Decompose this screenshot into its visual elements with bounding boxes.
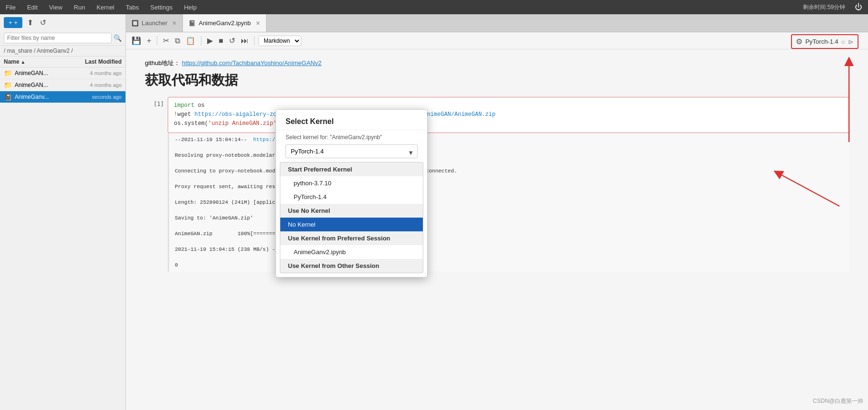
modal-subtitle: Select kernel for: "AnimeGanv2.ipynb" <box>276 130 427 143</box>
annotation-arrow-top <box>835 52 863 147</box>
plus-icon: + <box>9 19 12 26</box>
restart-button[interactable]: ↺ <box>227 35 237 46</box>
notebook-toolbar: 💾 + ✂ ⧉ 📋 ▶ ■ ↺ ⏭ Markdown Code Raw ⚙ Py… <box>126 32 868 49</box>
power-icon[interactable]: ⏻ <box>853 2 864 12</box>
file-name: AnimeGAN... <box>15 70 79 76</box>
cell-output: --2021-11-19 15:04:14-- https://obs... R… <box>168 133 849 272</box>
tab-launcher-close[interactable]: ✕ <box>172 20 177 27</box>
code-cell-box[interactable]: import os !wget https://obs-aigallery-zc… <box>168 97 849 133</box>
tab-launcher-label: Launcher <box>142 19 167 27</box>
menu-kernel[interactable]: Kernel <box>95 3 116 12</box>
sidebar-toolbar: + + ⬆ ↺ <box>0 14 125 31</box>
cut-button[interactable]: ✂ <box>161 35 171 46</box>
menu-file[interactable]: File <box>4 3 18 12</box>
launcher-tab-icon: 🔲 <box>132 20 139 27</box>
cell-number: [1] <box>145 97 164 107</box>
search-input[interactable] <box>4 33 112 43</box>
kernel-dropdown-list: Start Preferred Kernel python-3.7.10 PyT… <box>280 162 423 273</box>
kernel-share-icon[interactable]: ⊳ <box>848 38 854 46</box>
breadcrumb: / ma_share / AnimeGanv2 / <box>0 46 125 57</box>
menu-help[interactable]: Help <box>182 3 199 12</box>
kernel-settings-icon[interactable]: ⚙ <box>796 37 802 46</box>
dropdown-item-use-other-session[interactable]: Use Kernel from Other Session <box>280 259 423 273</box>
menu-bar: File Edit View Run Kernel Tabs Settings … <box>0 0 868 14</box>
file-item[interactable]: 📓 AnimeGanv... seconds ago <box>0 91 125 103</box>
paste-button[interactable]: 📋 <box>184 35 197 46</box>
search-icon[interactable]: 🔍 <box>114 34 122 42</box>
timer-display: 剩余时间:59分钟 <box>801 2 847 12</box>
file-modified: 4 months ago <box>79 82 122 88</box>
menu-view[interactable]: View <box>47 3 64 12</box>
run-button[interactable]: ▶ <box>205 35 215 46</box>
dropdown-item-pytorch[interactable]: PyTorch-1.4 <box>280 190 423 204</box>
modal-select-wrapper: PyTorch-1.4 ▼ <box>276 143 427 162</box>
kernel-status-icon: ○ <box>841 38 845 46</box>
dropdown-item-python[interactable]: python-3.7.10 <box>280 176 423 190</box>
menu-run[interactable]: Run <box>72 3 87 12</box>
copy-button[interactable]: ⧉ <box>173 36 182 46</box>
search-bar: 🔍 <box>0 31 125 46</box>
kernel-select[interactable]: PyTorch-1.4 <box>286 144 418 158</box>
modal-title: Select Kernel <box>276 110 427 130</box>
dropdown-item-no-kernel[interactable]: No Kernel <box>280 218 423 231</box>
dropdown-item-use-preferred-session[interactable]: Use Kernel from Preferred Session <box>280 231 423 245</box>
tab-notebook[interactable]: 📓 AnimeGanv2.ipynb ✕ <box>183 14 267 32</box>
notebook-tab-icon: 📓 <box>189 20 196 27</box>
cell-type-select[interactable]: Markdown Code Raw <box>258 36 301 46</box>
tab-bar: 🔲 Launcher ✕ 📓 AnimeGanv2.ipynb ✕ <box>126 14 868 32</box>
file-icon: 📁 <box>4 81 12 89</box>
file-item[interactable]: 📁 AnimeGAN... 4 months ago <box>0 79 125 91</box>
toolbar-divider-1 <box>157 36 157 46</box>
file-modified: 4 months ago <box>79 70 122 76</box>
new-button[interactable]: + + <box>4 17 22 28</box>
github-link-label: github地址： https://github.com/TachibanaYo… <box>145 59 849 67</box>
file-icon: 📁 <box>4 69 12 77</box>
upload-button[interactable]: ⬆ <box>25 17 35 28</box>
main-layout: + + ⬆ ↺ 🔍 / ma_share / AnimeGanv2 / Name… <box>0 14 868 410</box>
file-name: AnimeGAN... <box>15 82 79 88</box>
modified-column-header[interactable]: Last Modified <box>74 58 122 65</box>
tab-launcher[interactable]: 🔲 Launcher ✕ <box>126 14 183 32</box>
code-cell: [1] import os !wget https://obs-aigaller… <box>145 97 849 272</box>
menu-tabs[interactable]: Tabs <box>124 3 141 12</box>
sidebar: + + ⬆ ↺ 🔍 / ma_share / AnimeGanv2 / Name… <box>0 14 126 410</box>
kernel-name-label: PyTorch-1.4 <box>805 38 838 45</box>
notebook-heading: 获取代码和数据 <box>145 71 849 89</box>
file-list-header: Name Last Modified <box>0 57 125 67</box>
code-content: import os !wget https://obs-aigallery-zc… <box>174 101 843 129</box>
menu-settings[interactable]: Settings <box>148 3 174 12</box>
new-label: + <box>14 19 18 26</box>
file-modified: seconds ago <box>79 94 122 100</box>
dropdown-item-start-preferred[interactable]: Start Preferred Kernel <box>280 162 423 176</box>
file-name: AnimeGanv... <box>15 94 79 100</box>
name-column-header[interactable]: Name <box>4 58 74 65</box>
menu-edit[interactable]: Edit <box>25 3 39 12</box>
tab-notebook-label: AnimeGanv2.ipynb <box>199 19 251 27</box>
file-item[interactable]: 📁 AnimeGAN... 4 months ago <box>0 67 125 79</box>
dropdown-item-animegan-session[interactable]: AnimeGanv2.ipynb <box>280 245 423 259</box>
right-panel: 🔲 Launcher ✕ 📓 AnimeGanv2.ipynb ✕ 💾 + ✂ … <box>126 14 868 410</box>
file-icon: 📓 <box>4 93 12 101</box>
refresh-button[interactable]: ↺ <box>38 17 48 28</box>
stop-button[interactable]: ■ <box>217 36 225 46</box>
dropdown-item-use-no-kernel[interactable]: Use No Kernel <box>280 204 423 218</box>
kernel-info-box: ⚙ PyTorch-1.4 ○ ⊳ <box>791 34 858 49</box>
fast-forward-button[interactable]: ⏭ <box>239 36 250 46</box>
file-list: 📁 AnimeGAN... 4 months ago 📁 AnimeGAN...… <box>0 67 125 410</box>
save-button[interactable]: 💾 <box>130 35 143 46</box>
toolbar-divider-2 <box>201 36 201 46</box>
watermark: CSDN@白鹿第一帅 <box>813 397 863 405</box>
tab-notebook-close[interactable]: ✕ <box>256 20 260 27</box>
select-kernel-modal: Select Kernel Select kernel for: "AnimeG… <box>276 109 428 277</box>
toolbar-divider-3 <box>254 36 255 46</box>
add-cell-button[interactable]: + <box>145 36 153 46</box>
github-link[interactable]: https://github.com/TachibanaYoshino/Anim… <box>182 59 322 67</box>
notebook-area: github地址： https://github.com/TachibanaYo… <box>126 49 868 410</box>
